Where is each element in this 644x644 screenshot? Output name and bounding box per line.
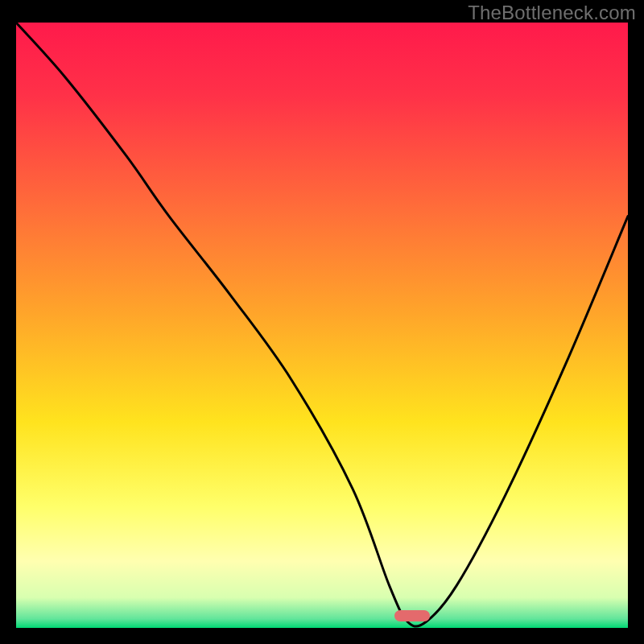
watermark-text: TheBottleneck.com (468, 2, 636, 24)
bottleneck-curve (16, 23, 628, 628)
optimal-marker (394, 610, 430, 621)
plot-area (16, 23, 628, 628)
chart-frame: TheBottleneck.com (0, 0, 644, 644)
